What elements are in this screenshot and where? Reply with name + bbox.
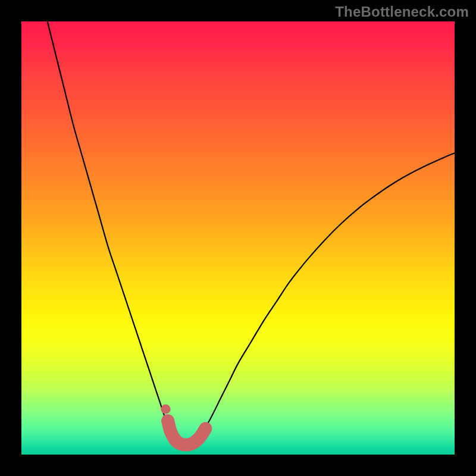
chart-frame: TheBottleneck.com [0, 0, 476, 476]
bottleneck-curve [48, 21, 455, 444]
watermark-text: TheBottleneck.com [335, 4, 469, 20]
chart-svg [21, 21, 455, 455]
optimal-range-highlight [168, 421, 205, 444]
plot-area [21, 21, 455, 455]
optimal-range-lead-dot [161, 405, 170, 414]
